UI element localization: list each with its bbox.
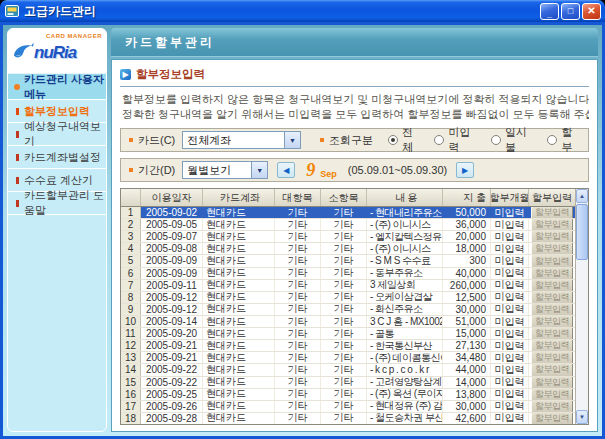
card-account-cell: 현대카드 (203, 389, 275, 400)
row-number-cell: 4 (121, 243, 141, 254)
row-number-cell: 16 (121, 389, 141, 400)
installment-status-cell: 미입력 (491, 280, 529, 291)
table-row[interactable]: 182005-09-28현대카드기타기타- 철도승차권 부산역 - 서울42,6… (121, 413, 575, 424)
close-button[interactable]: ✕ (582, 3, 601, 20)
amount-cell: 40,000 (443, 268, 491, 279)
table-row[interactable]: 102005-09-14현대카드기타기타3 C J 홈 - MX10025651… (121, 316, 575, 328)
card-filter-bar: 카드(C) 전체계좌 ▼ 조회구분 전체미입력일시불할부 (120, 128, 589, 152)
window-frame: CARD MANAGER nuRia 카드관리 사용자 메뉴 할부정보입력예상청… (0, 22, 605, 439)
maximize-button[interactable]: □ (561, 3, 580, 20)
table-row[interactable]: 142005-09-22현대카드기타기타- k c p . c o . k r4… (121, 364, 575, 376)
minor-category-cell: 기타 (321, 243, 367, 254)
chevron-down-icon[interactable]: ▼ (251, 162, 267, 178)
radio-option[interactable]: 일시불 (491, 125, 533, 155)
major-category-cell: 기타 (275, 340, 321, 351)
next-month-button[interactable]: ▶ (456, 162, 474, 178)
sidebar-item-label: 카드할부관리 도움말 (24, 188, 106, 218)
bullet-icon (16, 108, 19, 115)
period-select[interactable]: 월별보기 ▼ (182, 161, 268, 179)
installment-input-button[interactable]: 할부입력 (531, 401, 573, 412)
dolphin-icon (12, 41, 34, 65)
installment-input-button[interactable]: 할부입력 (531, 268, 573, 279)
sidebar-menu: 할부정보입력예상청구내역보기카드계좌별설정수수료 계산기카드할부관리 도움말 (8, 100, 106, 215)
usage-date-cell: 2005-09-26 (141, 401, 203, 412)
description-cell: - 한국통신부산 (367, 340, 443, 351)
table-row[interactable]: 72005-09-11현대카드기타기타3 제일상회260,000미입력할부입력 (121, 280, 575, 292)
scroll-down-button[interactable]: ▼ (576, 410, 588, 424)
amount-cell: 14,000 (443, 377, 491, 388)
radio-option[interactable]: 전체 (388, 125, 421, 155)
radio-option[interactable]: 미입력 (434, 125, 476, 155)
brand-logo-text: nuRia (34, 43, 76, 63)
installment-input-cell: 할부입력 (529, 304, 575, 315)
installment-input-button[interactable]: 할부입력 (531, 255, 573, 266)
installment-input-button[interactable]: 할부입력 (531, 231, 573, 242)
installment-input-button[interactable]: 할부입력 (531, 280, 573, 291)
row-number-cell: 14 (121, 364, 141, 375)
installment-input-button[interactable]: 할부입력 (531, 328, 573, 339)
sidebar-item[interactable]: 카드계좌별설정 (8, 146, 106, 169)
installment-input-button[interactable]: 할부입력 (531, 352, 573, 363)
installment-input-button[interactable]: 할부입력 (531, 340, 573, 351)
table-row[interactable]: 22005-09-05현대카드기타기타- (주) 이니시스36,000미입력할부… (121, 219, 575, 231)
card-account-cell: 현대카드 (203, 413, 275, 424)
installment-input-button[interactable]: 할부입력 (531, 304, 573, 315)
sidebar-item[interactable]: 예상청구내역보기 (8, 123, 106, 146)
scrollbar-thumb[interactable] (576, 204, 588, 260)
row-number-cell: 8 (121, 292, 141, 303)
usage-date-cell: 2005-09-22 (141, 377, 203, 388)
usage-date-cell: 2005-09-22 (141, 364, 203, 375)
card-select[interactable]: 전체계좌 ▼ (182, 131, 301, 149)
row-number-cell: 9 (121, 304, 141, 315)
radio-option[interactable]: 할부 (547, 125, 580, 155)
card-select-value: 전체계좌 (187, 133, 231, 148)
bullet-icon (14, 84, 20, 90)
amount-cell: 260,000 (443, 280, 491, 291)
installment-input-button[interactable]: 할부입력 (531, 377, 573, 388)
table-row[interactable]: 32005-09-07현대카드기타기타- 엘지칼텍스정유 (주) 대연20,00… (121, 231, 575, 243)
installment-input-cell: 할부입력 (529, 413, 575, 424)
table-row[interactable]: 122005-09-21현대카드기타기타- 한국통신부산27,130미입력할부입… (121, 340, 575, 352)
installment-input-button[interactable]: 할부입력 (531, 219, 573, 230)
table-row[interactable]: 152005-09-22현대카드기타기타- 고려영양탕삼계탕14,000미입력할… (121, 377, 575, 389)
table-row[interactable]: 112005-09-20현대카드기타기타- 골통15,000미입력할부입력 (121, 328, 575, 340)
card-account-cell: 현대카드 (203, 304, 275, 315)
table-row[interactable]: 62005-09-09현대카드기타기타- 동부주유소40,000미입력할부입력 (121, 268, 575, 280)
installment-input-button[interactable]: 할부입력 (531, 243, 573, 254)
vertical-scrollbar[interactable]: ▲ ▼ (575, 189, 588, 424)
installment-input-button[interactable]: 할부입력 (531, 389, 573, 400)
installment-input-button[interactable]: 할부입력 (531, 364, 573, 375)
installment-input-button[interactable]: 할부입력 (531, 316, 573, 327)
installment-input-button[interactable]: 할부입력 (531, 292, 573, 303)
table-row[interactable]: 82005-09-12현대카드기타기타- 오케이삼겹살12,500미입력할부입력 (121, 292, 575, 304)
table-row[interactable]: 172005-09-26현대카드기타기타- 현대정유 (주) 감전주유소30,0… (121, 401, 575, 413)
description-cell: - (주) 옥션 (무이자) (367, 389, 443, 400)
usage-date-cell: 2005-09-09 (141, 268, 203, 279)
minimize-button[interactable]: _ (540, 3, 559, 20)
bullet-icon (16, 200, 19, 207)
usage-date-cell: 2005-09-12 (141, 292, 203, 303)
installment-input-cell: 할부입력 (529, 316, 575, 327)
table-row[interactable]: 92005-09-12현대카드기타기타- 화신주유소30,000미입력할부입력 (121, 304, 575, 316)
bullet-icon (320, 138, 324, 142)
table-row[interactable]: 132005-09-21현대카드기타기타- (주) 데이콤통신이용료34,480… (121, 352, 575, 364)
installment-input-button[interactable]: 할부입력 (531, 413, 573, 424)
sidebar-menu-header-label: 카드관리 사용자 메뉴 (24, 72, 106, 102)
installment-input-button[interactable]: 할부입력 (531, 207, 573, 218)
installment-status-cell: 미입력 (491, 243, 529, 254)
titlebar: 고급카드관리 _ □ ✕ (0, 0, 605, 22)
sidebar-item[interactable]: 카드할부관리 도움말 (8, 192, 106, 215)
prev-month-button[interactable]: ◀ (277, 162, 295, 178)
radio-label: 일시불 (505, 125, 533, 155)
scroll-up-button[interactable]: ▲ (576, 189, 588, 203)
usage-date-cell: 2005-09-28 (141, 413, 203, 424)
table-row[interactable]: 52005-09-09현대카드기타기타- S M S 수수료300미입력할부입력 (121, 255, 575, 267)
table-row[interactable]: 162005-09-25현대카드기타기타- (주) 옥션 (무이자)13,800… (121, 389, 575, 401)
sidebar-item-label: 할부정보입력 (24, 104, 90, 119)
chevron-down-icon[interactable]: ▼ (284, 132, 300, 148)
minor-category-cell: 기타 (321, 207, 367, 218)
scrollbar-track[interactable] (576, 203, 588, 410)
table-row[interactable]: 12005-09-02현대카드기타기타- 현대내리주유소50,000미입력할부입… (121, 207, 575, 219)
table-row[interactable]: 42005-09-08현대카드기타기타- (주) 이니시스18,000미입력할부… (121, 243, 575, 255)
usage-date-cell: 2005-09-12 (141, 304, 203, 315)
